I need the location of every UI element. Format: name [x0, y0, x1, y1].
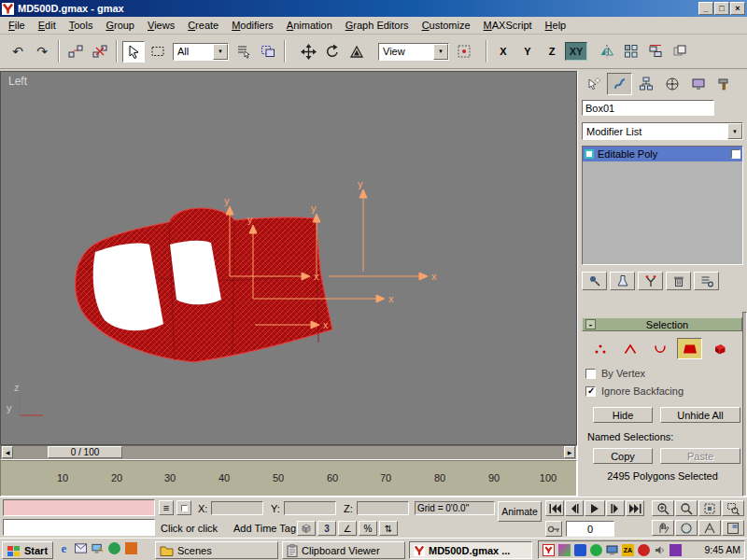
select-by-name-button[interactable]: [233, 41, 255, 63]
tab-create[interactable]: [581, 73, 606, 95]
tab-motion[interactable]: [659, 73, 684, 95]
taskbar-clock[interactable]: 9:45 AM: [704, 544, 740, 555]
sub-object-vertex-button[interactable]: [587, 338, 613, 359]
maximize-button[interactable]: □: [714, 2, 729, 15]
go-to-start-button[interactable]: [545, 500, 564, 516]
menu-edit[interactable]: Edit: [32, 17, 63, 34]
snap-toggle-3d[interactable]: 3: [317, 521, 336, 536]
animate-button[interactable]: Animate: [498, 501, 542, 522]
ignore-backfacing-checkbox[interactable]: [585, 386, 596, 397]
pan-view-button[interactable]: [652, 520, 674, 536]
selection-filter-combo[interactable]: All ▼: [173, 43, 229, 61]
tray-icon-7[interactable]: [638, 544, 650, 556]
previous-frame-button[interactable]: [565, 500, 584, 516]
panel-scrollbar[interactable]: [742, 312, 747, 497]
viewport-label[interactable]: Left: [8, 75, 27, 88]
viewport-left[interactable]: y y y y x x x x z y Left: [0, 71, 577, 445]
menu-modifiers[interactable]: Modifiers: [225, 17, 280, 34]
remove-modifier-button[interactable]: [666, 272, 691, 290]
object-name-field[interactable]: [583, 101, 713, 115]
use-center-button[interactable]: [453, 41, 475, 63]
start-button[interactable]: Start: [2, 541, 53, 559]
time-slider-left-arrow[interactable]: ◀: [2, 446, 13, 458]
restrict-y-button[interactable]: Y: [516, 42, 539, 61]
snapshot-button[interactable]: [669, 41, 691, 63]
taskbar-task-clipboard-viewer[interactable]: Clipboard Viewer: [282, 541, 405, 559]
restrict-z-button[interactable]: Z: [541, 42, 563, 61]
redo-button[interactable]: ↷: [31, 41, 53, 63]
zoom-region-button[interactable]: [722, 500, 744, 516]
modifier-stack[interactable]: Editable Poly: [582, 146, 743, 265]
by-vertex-row[interactable]: By Vertex: [585, 368, 645, 379]
configure-modifier-sets-button[interactable]: [694, 272, 719, 290]
tray-icon-4[interactable]: [590, 544, 602, 556]
menu-create[interactable]: Create: [181, 17, 225, 34]
menu-maxscript[interactable]: MAXScript: [477, 17, 539, 34]
close-button[interactable]: ×: [730, 2, 745, 15]
menu-animation[interactable]: Animation: [280, 17, 339, 34]
menu-help[interactable]: Help: [539, 17, 573, 34]
menu-file[interactable]: File: [2, 17, 32, 34]
sub-object-polygon-button[interactable]: [677, 338, 702, 359]
hide-button[interactable]: Hide: [593, 407, 653, 423]
time-slider-handle[interactable]: 0 / 100: [48, 446, 122, 458]
ignore-backfacing-row[interactable]: Ignore Backfacing: [585, 385, 684, 397]
arc-rotate-button[interactable]: [675, 520, 698, 536]
array-button[interactable]: [620, 41, 642, 63]
show-desktop-icon[interactable]: [92, 542, 104, 554]
selection-rollout-header[interactable]: - Selection: [582, 317, 742, 331]
make-unique-button[interactable]: [638, 272, 663, 290]
minimize-button[interactable]: _: [698, 2, 713, 15]
go-to-end-button[interactable]: [626, 500, 644, 516]
zoom-all-button[interactable]: [675, 500, 698, 516]
quick-launch-icon-2[interactable]: [125, 542, 137, 554]
current-frame-field[interactable]: [567, 522, 613, 536]
time-slider-track[interactable]: ◀ 0 / 100 ▶: [0, 445, 577, 460]
helicopter-wireframe-model[interactable]: [76, 208, 332, 362]
tab-modify[interactable]: [607, 73, 632, 95]
tray-gmax-icon[interactable]: [543, 544, 555, 556]
select-and-rotate-button[interactable]: [321, 41, 344, 63]
zoom-button[interactable]: [652, 500, 674, 516]
by-vertex-checkbox[interactable]: [585, 369, 596, 379]
menu-graph-editors[interactable]: Graph Editors: [339, 17, 416, 34]
chevron-down-icon[interactable]: ▼: [727, 123, 742, 139]
tray-display-icon[interactable]: [606, 544, 618, 556]
field-of-view-button[interactable]: [698, 520, 721, 536]
modifier-list-dropdown[interactable]: Modifier List ▼: [582, 122, 743, 140]
rectangular-selection-region-button[interactable]: [147, 41, 169, 63]
sub-object-edge-button[interactable]: [617, 338, 642, 359]
modifier-onoff-toggle[interactable]: [731, 149, 740, 159]
listener-menu-button[interactable]: ≡: [159, 500, 174, 515]
coord-x-field[interactable]: [211, 501, 263, 515]
menu-views[interactable]: Views: [141, 17, 181, 34]
menu-customize[interactable]: Customize: [416, 17, 477, 34]
tray-icon-2[interactable]: [558, 544, 571, 556]
tray-icon-9[interactable]: [669, 544, 682, 556]
menu-tools[interactable]: Tools: [63, 17, 100, 34]
add-time-tag[interactable]: Add Time Tag: [233, 523, 296, 534]
reference-coordsys-combo[interactable]: View ▼: [378, 43, 449, 61]
absolute-offset-toggle[interactable]: [297, 521, 316, 536]
zoom-extents-button[interactable]: [698, 500, 721, 516]
coord-y-field[interactable]: [284, 501, 336, 515]
restrict-xy-plane-button[interactable]: XY: [565, 42, 587, 61]
select-object-button[interactable]: [122, 41, 145, 63]
tray-icon-3[interactable]: [574, 544, 586, 556]
quick-launch-icon-1[interactable]: [108, 542, 120, 554]
undo-button[interactable]: ↶: [7, 41, 29, 63]
menu-group[interactable]: Group: [99, 17, 141, 34]
coord-z-field[interactable]: [357, 501, 409, 515]
key-mode-toggle[interactable]: [545, 521, 562, 537]
min-max-toggle-button[interactable]: [722, 520, 744, 536]
title-bar[interactable]: MD500D.gmax - gmax _ □ ×: [0, 0, 747, 17]
percent-snap-toggle[interactable]: %: [359, 521, 377, 536]
sub-object-element-button[interactable]: [707, 338, 732, 359]
restrict-x-button[interactable]: X: [492, 42, 514, 61]
select-and-move-button[interactable]: [297, 41, 319, 63]
align-button[interactable]: [644, 41, 667, 63]
window-crossing-toggle-button[interactable]: [257, 41, 279, 63]
pin-stack-button[interactable]: [582, 272, 607, 290]
sub-object-border-button[interactable]: [647, 338, 672, 359]
tray-za-icon[interactable]: ZA: [622, 544, 634, 556]
